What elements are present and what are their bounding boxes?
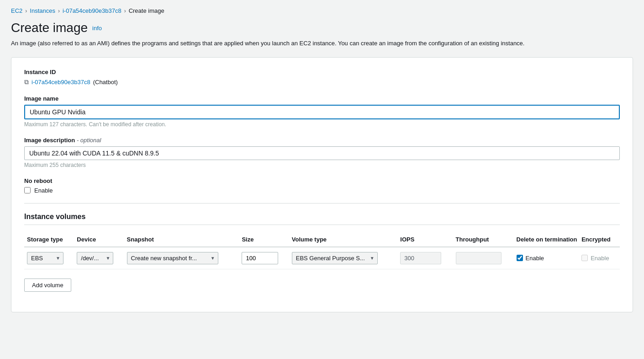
breadcrumb-current: Create image: [129, 7, 164, 14]
page-description: An image (also referred to as an AMI) de…: [11, 39, 633, 48]
main-card: Instance ID ⧉ i-07a54ceb90e3b37c8 (Chatb…: [11, 57, 633, 312]
breadcrumb: EC2 › Instances › i-07a54ceb90e3b37c8 › …: [11, 7, 633, 14]
image-name-hint: Maximum 127 characters. Can't be modifie…: [24, 121, 620, 128]
col-snapshot: Snapshot: [124, 232, 239, 247]
breadcrumb-ec2[interactable]: EC2: [11, 7, 22, 14]
col-delete-on-termination: Delete on termination: [514, 232, 579, 247]
image-description-label: Image description - optional: [24, 137, 620, 144]
divider: [24, 203, 620, 204]
image-name-input[interactable]: [24, 105, 620, 119]
volumes-table: Storage type Device Snapshot Size Volume…: [24, 232, 620, 269]
col-size: Size: [239, 232, 289, 247]
table-header-row: Storage type Device Snapshot Size Volume…: [24, 232, 620, 247]
col-volume-type: Volume type: [289, 232, 398, 247]
storage-type-select[interactable]: EBS: [27, 252, 63, 264]
instance-id-row: ⧉ i-07a54ceb90e3b37c8 (Chatbot): [24, 78, 620, 86]
no-reboot-checkbox-row: Enable: [24, 187, 620, 194]
col-throughput: Throughput: [453, 232, 514, 247]
col-device: Device: [74, 232, 124, 247]
cell-encrypted: Enable: [579, 247, 620, 269]
add-volume-button[interactable]: Add volume: [24, 279, 71, 292]
image-name-section: Image name Maximum 127 characters. Can't…: [24, 95, 620, 128]
no-reboot-checkbox-label[interactable]: Enable: [34, 187, 53, 194]
image-description-input[interactable]: [24, 146, 620, 160]
instance-name: (Chatbot): [93, 79, 118, 86]
cell-throughput: [453, 247, 514, 269]
delete-on-termination-label[interactable]: Enable: [526, 255, 544, 262]
cell-device: /dev/... ▼: [74, 247, 124, 269]
cell-iops: [397, 247, 453, 269]
image-name-label: Image name: [24, 95, 620, 102]
col-encrypted: Encrypted: [579, 232, 620, 247]
breadcrumb-sep-1: ›: [25, 8, 27, 14]
volume-type-wrapper: EBS General Purpose S... ▼: [292, 252, 378, 264]
breadcrumb-sep-3: ›: [124, 8, 126, 14]
instance-volumes-section: Instance volumes Storage type Device Sna…: [24, 213, 620, 292]
cell-delete-on-termination: Enable: [514, 247, 579, 269]
instance-id-section: Instance ID ⧉ i-07a54ceb90e3b37c8 (Chatb…: [24, 69, 620, 86]
delete-on-termination-checkbox[interactable]: [517, 255, 523, 261]
size-input[interactable]: [242, 252, 278, 264]
no-reboot-section: No reboot Enable: [24, 177, 620, 194]
snapshot-wrapper: Create new snapshot fr... ▼: [127, 252, 218, 264]
volume-type-select[interactable]: EBS General Purpose S...: [292, 252, 378, 264]
copy-icon: ⧉: [24, 78, 29, 86]
image-description-section: Image description - optional Maximum 255…: [24, 137, 620, 168]
encrypted-checkbox: [581, 255, 588, 261]
breadcrumb-instance-id[interactable]: i-07a54ceb90e3b37c8: [63, 7, 121, 14]
storage-type-wrapper: EBS ▼: [27, 252, 63, 264]
cell-snapshot: Create new snapshot fr... ▼: [124, 247, 239, 269]
instance-volumes-title: Instance volumes: [24, 213, 620, 225]
delete-on-termination-wrapper: Enable: [517, 255, 576, 262]
breadcrumb-instances[interactable]: Instances: [30, 7, 55, 14]
no-reboot-checkbox[interactable]: [24, 187, 31, 193]
cell-storage-type: EBS ▼: [24, 247, 74, 269]
col-iops: IOPS: [397, 232, 453, 247]
cell-volume-type: EBS General Purpose S... ▼: [289, 247, 398, 269]
breadcrumb-sep-2: ›: [58, 8, 60, 14]
encrypted-wrapper: Enable: [581, 255, 617, 262]
table-row: EBS ▼ /dev/... ▼: [24, 247, 620, 269]
instance-id-label: Instance ID: [24, 69, 620, 75]
info-link[interactable]: info: [92, 25, 102, 32]
device-select[interactable]: /dev/...: [77, 252, 113, 264]
snapshot-select[interactable]: Create new snapshot fr...: [127, 252, 218, 264]
iops-input: [400, 252, 441, 264]
instance-id-link[interactable]: i-07a54ceb90e3b37c8: [32, 79, 90, 86]
col-storage-type: Storage type: [24, 232, 74, 247]
page-title: Create image: [11, 21, 88, 35]
image-description-hint: Maximum 255 characters: [24, 162, 620, 168]
page-title-row: Create image info: [11, 21, 633, 35]
encrypted-label: Enable: [591, 255, 609, 262]
cell-size: [239, 247, 289, 269]
throughput-input: [456, 252, 501, 264]
no-reboot-label: No reboot: [24, 177, 620, 184]
device-wrapper: /dev/... ▼: [77, 252, 113, 264]
